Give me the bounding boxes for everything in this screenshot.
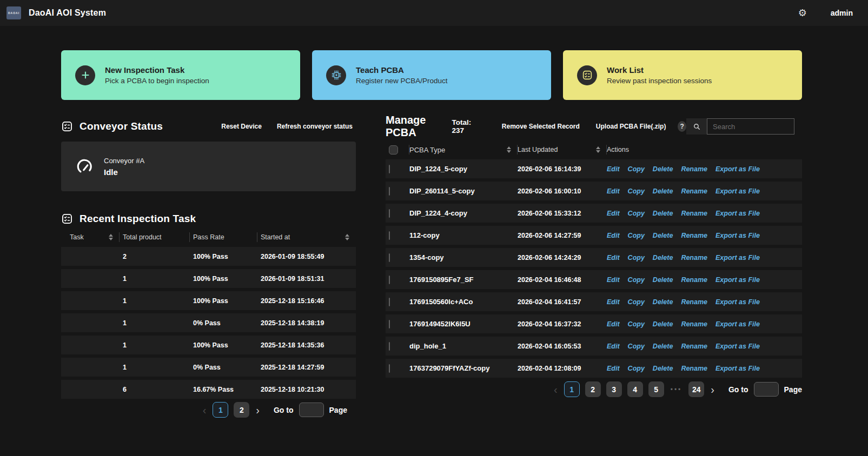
remove-selected-button[interactable]: Remove Selected Record bbox=[502, 123, 580, 130]
export-link[interactable]: Export as File bbox=[715, 298, 760, 306]
copy-link[interactable]: Copy bbox=[628, 298, 645, 306]
row-checkbox[interactable] bbox=[389, 165, 390, 173]
pagination-ellipsis[interactable]: ••• bbox=[670, 386, 684, 393]
edit-link[interactable]: Edit bbox=[607, 320, 620, 328]
prev-page-icon[interactable]: ‹ bbox=[202, 405, 208, 415]
export-link[interactable]: Export as File bbox=[715, 343, 760, 350]
delete-link[interactable]: Delete bbox=[653, 232, 673, 239]
edit-link[interactable]: Edit bbox=[607, 365, 620, 372]
export-link[interactable]: Export as File bbox=[715, 276, 760, 284]
rename-link[interactable]: Rename bbox=[681, 343, 707, 350]
copy-link[interactable]: Copy bbox=[628, 320, 645, 328]
select-all-checkbox[interactable] bbox=[389, 145, 398, 155]
new-inspection-task-card[interactable]: New Inspection Task Pick a PCBA to begin… bbox=[61, 50, 300, 100]
edit-link[interactable]: Edit bbox=[607, 210, 620, 217]
page-button-24[interactable]: 24 bbox=[688, 381, 704, 397]
table-row[interactable]: 1769149452lK6l5U 2026-02-04 16:37:32 Edi… bbox=[386, 314, 802, 333]
delete-link[interactable]: Delete bbox=[653, 365, 673, 372]
copy-link[interactable]: Copy bbox=[628, 343, 645, 350]
edit-link[interactable]: Edit bbox=[607, 298, 620, 306]
table-row[interactable]: 1763729079FfYAZf-copy 2026-02-04 12:08:0… bbox=[386, 359, 802, 378]
rename-link[interactable]: Rename bbox=[681, 320, 707, 328]
table-row[interactable]: 1769150895Fe7_SF 2026-02-04 16:46:48 Edi… bbox=[386, 270, 802, 289]
page-button-2[interactable]: 2 bbox=[585, 381, 601, 397]
rename-link[interactable]: Rename bbox=[681, 365, 707, 372]
edit-link[interactable]: Edit bbox=[607, 254, 620, 261]
copy-link[interactable]: Copy bbox=[628, 165, 645, 173]
rename-link[interactable]: Rename bbox=[681, 187, 707, 195]
copy-link[interactable]: Copy bbox=[628, 187, 645, 195]
sort-task-icon[interactable] bbox=[109, 234, 113, 240]
table-row[interactable]: 1 100% Pass 2025-12-18 15:16:46 bbox=[61, 291, 356, 310]
delete-link[interactable]: Delete bbox=[653, 210, 673, 217]
table-row[interactable]: 6 16.67% Pass 2025-12-18 10:21:30 bbox=[61, 380, 356, 399]
row-checkbox[interactable] bbox=[389, 298, 390, 306]
user-menu[interactable]: admin bbox=[831, 9, 853, 17]
row-checkbox[interactable] bbox=[389, 276, 390, 284]
page-button-3[interactable]: 3 bbox=[606, 381, 622, 397]
delete-link[interactable]: Delete bbox=[653, 276, 673, 284]
delete-link[interactable]: Delete bbox=[653, 254, 673, 261]
row-checkbox[interactable] bbox=[389, 231, 390, 240]
table-row[interactable]: dip_hole_1 2026-02-04 16:05:53 Edit Copy… bbox=[386, 337, 802, 356]
delete-link[interactable]: Delete bbox=[653, 298, 673, 306]
settings-gear-icon[interactable]: ⚙ bbox=[798, 8, 807, 18]
next-page-icon[interactable]: › bbox=[710, 384, 715, 395]
search-input[interactable] bbox=[707, 118, 794, 135]
goto-page-input[interactable] bbox=[299, 403, 324, 417]
table-row[interactable]: DIP_1224_5-copy 2026-02-06 16:14:39 Edit… bbox=[386, 159, 802, 178]
row-checkbox[interactable] bbox=[389, 253, 390, 262]
table-row[interactable]: 112-copy 2026-02-06 14:27:59 Edit Copy D… bbox=[386, 226, 802, 245]
export-link[interactable]: Export as File bbox=[715, 187, 760, 195]
table-row[interactable]: 2 100% Pass 2026-01-09 18:55:49 bbox=[61, 247, 356, 266]
copy-link[interactable]: Copy bbox=[628, 210, 645, 217]
help-icon[interactable]: ? bbox=[678, 121, 686, 132]
edit-link[interactable]: Edit bbox=[607, 343, 620, 350]
export-link[interactable]: Export as File bbox=[715, 365, 760, 372]
copy-link[interactable]: Copy bbox=[628, 365, 645, 372]
rename-link[interactable]: Rename bbox=[681, 232, 707, 239]
rename-link[interactable]: Rename bbox=[681, 254, 707, 261]
table-row[interactable]: 1 0% Pass 2025-12-18 14:27:59 bbox=[61, 358, 356, 377]
search-icon[interactable] bbox=[686, 118, 707, 135]
edit-link[interactable]: Edit bbox=[607, 187, 620, 195]
edit-link[interactable]: Edit bbox=[607, 232, 620, 239]
table-row[interactable]: 1769150560lc+ACo 2026-02-04 16:41:57 Edi… bbox=[386, 292, 802, 311]
export-link[interactable]: Export as File bbox=[715, 165, 760, 173]
row-checkbox[interactable] bbox=[389, 342, 390, 351]
table-row[interactable]: 1 100% Pass 2025-12-18 14:35:36 bbox=[61, 336, 356, 354]
sort-started-at-icon[interactable] bbox=[345, 234, 349, 240]
delete-link[interactable]: Delete bbox=[653, 320, 673, 328]
export-link[interactable]: Export as File bbox=[715, 320, 760, 328]
delete-link[interactable]: Delete bbox=[653, 343, 673, 350]
prev-page-icon[interactable]: ‹ bbox=[553, 384, 559, 395]
delete-link[interactable]: Delete bbox=[653, 165, 673, 173]
copy-link[interactable]: Copy bbox=[628, 254, 645, 261]
export-link[interactable]: Export as File bbox=[715, 232, 760, 239]
table-row[interactable]: 1354-copy 2026-02-06 14:24:29 Edit Copy … bbox=[386, 248, 802, 267]
page-button-2[interactable]: 2 bbox=[234, 402, 249, 418]
row-checkbox[interactable] bbox=[389, 209, 390, 218]
row-checkbox[interactable] bbox=[389, 187, 390, 196]
sort-last-updated-icon[interactable] bbox=[596, 146, 600, 153]
page-button-5[interactable]: 5 bbox=[648, 381, 664, 397]
edit-link[interactable]: Edit bbox=[607, 276, 620, 284]
edit-link[interactable]: Edit bbox=[607, 165, 620, 173]
row-checkbox[interactable] bbox=[389, 320, 390, 328]
table-row[interactable]: 1 0% Pass 2025-12-18 14:38:19 bbox=[61, 313, 356, 332]
export-link[interactable]: Export as File bbox=[715, 254, 760, 261]
rename-link[interactable]: Rename bbox=[681, 276, 707, 284]
reset-device-button[interactable]: Reset Device bbox=[221, 123, 262, 130]
refresh-conveyor-button[interactable]: Refresh conveyor status bbox=[277, 123, 353, 130]
export-link[interactable]: Export as File bbox=[715, 210, 760, 217]
page-button-1[interactable]: 1 bbox=[213, 402, 228, 418]
upload-pcba-button[interactable]: Upload PCBA File(.zip) bbox=[596, 123, 666, 130]
table-row[interactable]: 1 100% Pass 2026-01-09 18:51:31 bbox=[61, 269, 356, 288]
teach-pcba-card[interactable]: Teach PCBA Register new PCBA/Product bbox=[312, 50, 551, 100]
table-row[interactable]: DIP_260114_5-copy 2026-02-06 16:00:10 Ed… bbox=[386, 182, 802, 200]
row-checkbox[interactable] bbox=[389, 364, 390, 373]
sort-pcba-type-icon[interactable] bbox=[507, 146, 511, 153]
rename-link[interactable]: Rename bbox=[681, 298, 707, 306]
delete-link[interactable]: Delete bbox=[653, 187, 673, 195]
copy-link[interactable]: Copy bbox=[628, 232, 645, 239]
